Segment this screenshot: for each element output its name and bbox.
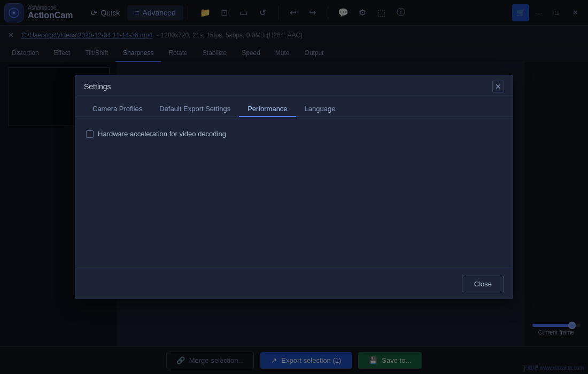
hw-accel-label: Hardware acceleration for video decoding xyxy=(98,130,226,138)
settings-modal: Settings ✕ Camera Profiles Default Expor… xyxy=(75,75,513,299)
hw-accel-row: Hardware acceleration for video decoding xyxy=(86,130,502,138)
modal-tab-camera-profiles[interactable]: Camera Profiles xyxy=(84,102,151,117)
modal-close-btn[interactable]: Close xyxy=(462,276,504,292)
modal-footer: Close xyxy=(75,269,513,299)
hw-accel-checkbox[interactable] xyxy=(86,130,94,138)
modal-tab-default-export[interactable]: Default Export Settings xyxy=(151,102,239,117)
modal-tab-language[interactable]: Language xyxy=(296,102,344,117)
modal-overlay[interactable]: Settings ✕ Camera Profiles Default Expor… xyxy=(0,0,588,374)
modal-header: Settings ✕ xyxy=(75,75,513,97)
modal-tabs: Camera Profiles Default Export Settings … xyxy=(75,97,513,117)
modal-title: Settings xyxy=(84,82,111,91)
modal-tab-performance[interactable]: Performance xyxy=(239,102,296,117)
modal-close-button[interactable]: ✕ xyxy=(492,81,504,92)
modal-body: Hardware acceleration for video decoding xyxy=(75,117,513,269)
